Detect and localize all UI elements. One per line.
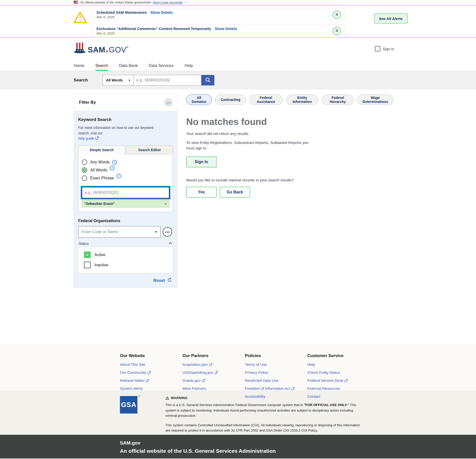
footer-col-our-partners: Our Partners Acquisition.gov USASpending…	[182, 353, 245, 391]
pill-entity-information[interactable]: Entity Information	[286, 94, 319, 105]
external-link-icon	[209, 363, 212, 366]
footer-link[interactable]: Grants.gov	[182, 378, 245, 383]
info-icon[interactable]: i	[112, 160, 117, 165]
sign-in-note: To view Entity Registrations, Subcontrac…	[186, 140, 311, 151]
yes-button[interactable]: Yes	[186, 187, 217, 198]
nav-item-search[interactable]: Search	[95, 61, 108, 71]
footer-link[interactable]: Freedom of Information Act	[245, 386, 307, 391]
close-icon[interactable]: ✕	[333, 27, 341, 35]
close-icon[interactable]: ✕	[333, 10, 341, 19]
footer-link[interactable]: Federal Service Desk	[307, 378, 370, 383]
footer-link[interactable]: Terms of Use	[245, 362, 307, 367]
external-link-icon	[202, 379, 205, 382]
status-options: ✓ Active Inactive	[78, 247, 173, 273]
search-mode-select[interactable]: All Words ▼	[103, 75, 133, 85]
search-button[interactable]	[201, 75, 214, 85]
tab-search-editor[interactable]: Search Editor	[126, 145, 173, 154]
sam-gov-logo[interactable]: ★ ★ ★ SAM★GOV®	[73, 42, 128, 55]
reset-link[interactable]: Reset	[153, 278, 165, 283]
footer-link[interactable]: Check Entity Status	[307, 370, 370, 375]
all-words-radio[interactable]	[82, 167, 87, 173]
keyword-input[interactable]	[82, 187, 169, 198]
search-mode-value: All Words	[106, 78, 123, 82]
inactive-checkbox[interactable]	[84, 262, 91, 268]
footer-link[interactable]: Our Community	[120, 370, 182, 375]
tab-simple-search[interactable]: Simple Search	[78, 145, 125, 154]
pill-all-domains[interactable]: All Domains	[186, 94, 212, 105]
chip-close-icon[interactable]: ×	[164, 202, 167, 206]
alert-card-maintenance: Scheduled SAM Maintenance Show Details M…	[91, 8, 345, 21]
search-icon	[205, 77, 211, 84]
no-matches-heading: No matches found	[186, 117, 394, 127]
footer-link[interactable]: Acquisition.gov	[182, 362, 245, 367]
reset-icon[interactable]	[167, 278, 172, 283]
exact-phrase-radio[interactable]	[82, 175, 87, 181]
footer-link[interactable]: External Resources	[307, 386, 370, 391]
footer-col-our-website: Our Website About This Site Our Communit…	[120, 353, 182, 391]
domain-pills: All Domains Contracting Federal Assistan…	[186, 94, 394, 105]
nav-item-data-bank[interactable]: Data Bank	[119, 61, 138, 71]
status-option-inactive: Inactive	[84, 262, 167, 268]
footer-link[interactable]: About This Site	[120, 362, 182, 367]
site-header: ★ ★ ★ SAM★GOV® ← Sign In	[0, 38, 476, 61]
info-icon[interactable]: i	[110, 166, 114, 170]
footer-link[interactable]: System Alerts	[120, 386, 182, 391]
footer-links: Our Website About This Site Our Communit…	[0, 344, 476, 391]
footer-link[interactable]: More Partners	[182, 386, 245, 391]
federal-organizations-row: Enter Code or Name ▼ •••	[78, 226, 173, 238]
warning-paragraph-2: This system contains Controlled Unclassi…	[165, 423, 363, 433]
warning-text-block: WARNING This is a U.S. General Services …	[165, 396, 363, 435]
see-all-alerts-button[interactable]: See All Alerts	[374, 13, 408, 23]
chevron-up-icon	[169, 242, 172, 245]
radio-row-exact-phrase: Exact Phrase i	[82, 175, 169, 181]
question-buttons: Yes Go Back	[186, 187, 394, 198]
header-sign-in[interactable]: ← Sign In	[375, 46, 394, 51]
footer-link[interactable]: Help	[307, 362, 370, 367]
us-flag-icon	[74, 1, 78, 4]
any-words-radio[interactable]	[82, 159, 87, 165]
info-icon[interactable]: i	[116, 174, 121, 178]
external-link-icon	[148, 371, 151, 374]
radio-row-any-words: Any Words i	[82, 159, 169, 165]
gsa-logo: GSA ®	[120, 396, 138, 435]
active-checkbox[interactable]: ✓	[84, 251, 91, 258]
star-icon: ★	[105, 49, 109, 53]
nav-item-help[interactable]: Help	[185, 61, 193, 71]
pill-wage-determinations[interactable]: Wage Determinations	[357, 94, 394, 105]
results-area: All Domains Contracting Federal Assistan…	[186, 94, 394, 198]
show-details-link[interactable]: Show Details	[150, 10, 173, 14]
caret-down-icon: ▼	[155, 230, 157, 233]
org-more-options-button[interactable]: •••	[163, 227, 172, 237]
pill-federal-hierarchy[interactable]: Federal Hierarchy	[322, 94, 354, 105]
footer-link[interactable]: USASpending.gov	[182, 370, 245, 375]
tophat-icon: ★ ★ ★	[73, 42, 86, 55]
status-label: Status	[79, 242, 89, 246]
alerts-section: Scheduled SAM Maintenance Show Details M…	[0, 5, 476, 38]
how-you-know-link[interactable]: Here’s how you know	[153, 1, 183, 4]
footer-col-customer-service: Customer Service Help Check Entity Statu…	[307, 353, 370, 391]
footer-link[interactable]: Release Notes	[120, 378, 182, 383]
simple-search-panel: Any Words i All Words i Exact Phrase i	[78, 154, 173, 212]
svg-text:★ ★ ★: ★ ★ ★	[77, 49, 83, 52]
sign-in-button[interactable]: Sign In	[186, 156, 217, 167]
pill-contracting[interactable]: Contracting	[215, 94, 246, 105]
main-content: Filter By — Keyword Search For more info…	[0, 89, 476, 344]
show-details-link[interactable]: Show Details	[215, 27, 237, 31]
gov-banner: An official website of the United States…	[0, 0, 476, 5]
status-header[interactable]: Status	[79, 242, 172, 246]
collapse-filter-button[interactable]: —	[164, 98, 173, 107]
go-back-button[interactable]: Go Back	[220, 187, 250, 198]
help-guide-link[interactable]: help guide	[78, 136, 99, 140]
sign-in-label: Sign In	[383, 47, 394, 51]
filter-title: Filter By	[79, 100, 96, 105]
federal-organizations-title: Federal Organizations	[78, 219, 173, 223]
nav-item-home[interactable]: Home	[74, 61, 84, 71]
pill-federal-assistance[interactable]: Federal Assistance	[249, 94, 283, 105]
footer-link[interactable]: Restricted Data Use	[245, 378, 307, 383]
top-search-input[interactable]	[133, 75, 201, 85]
gov-banner-text: An official website of the United States…	[80, 1, 151, 4]
federal-org-select[interactable]: Enter Code or Name ▼	[78, 226, 161, 238]
footer-link[interactable]: Privacy Policy	[245, 370, 307, 375]
nav-item-data-services[interactable]: Data Services	[149, 61, 174, 71]
footer-col-policies: Policies Terms of Use Privacy Policy Res…	[245, 353, 307, 391]
